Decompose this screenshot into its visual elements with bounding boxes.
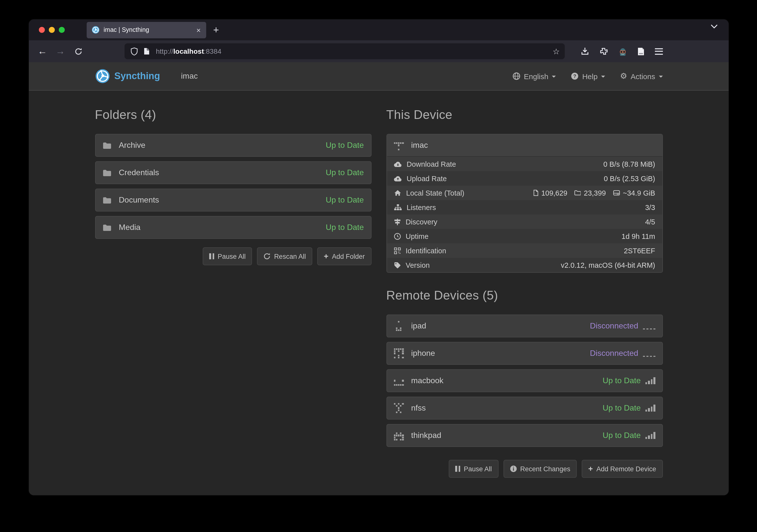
device-name: nfss [411,404,426,412]
listeners-value[interactable]: 3/3 [645,203,655,211]
device-identicon [394,321,404,331]
signal-strength-icon [645,432,655,439]
browser-tab[interactable]: imac | Syncthing × [87,22,206,38]
folders-count: 23,399 [584,189,606,197]
signal-none-icon [643,322,655,329]
list-all-tabs-chevron-icon[interactable] [711,24,718,29]
brand-name: Syncthing [114,71,160,82]
syncthing-brand[interactable]: Syncthing [95,69,160,84]
actions-menu[interactable]: ⚙ Actions [620,72,663,80]
reader-document-icon[interactable] [637,47,645,55]
caret-down-icon [601,76,605,78]
tab-close-icon[interactable]: × [195,26,202,34]
url-bar[interactable]: http://localhost:8384 ☆ [125,43,565,59]
device-row-macbook[interactable]: macbook Up to Date [386,369,663,392]
files-count: 109,629 [541,189,567,197]
device-row-nfss[interactable]: nfss Up to Date [386,397,663,420]
file-icon [533,190,538,196]
navbar-device-name: imac [181,72,198,81]
stat-label: Identification [406,247,446,255]
device-status: Up to Date [603,431,641,440]
add-remote-device-label: Add Remote Device [596,465,656,472]
remote-devices-actions: Pause All Recent Changes + Add Remote De… [386,460,663,478]
bookmark-star-icon[interactable]: ☆ [553,46,560,56]
device-name: macbook [411,376,443,385]
folder-name: Archive [119,141,145,150]
identification-link[interactable]: 2ST6EEF [624,247,655,255]
forward-button[interactable]: → [53,44,68,59]
actions-menu-label: Actions [631,72,655,80]
rescan-all-button[interactable]: Rescan All [257,247,313,265]
folder-outline-icon [574,190,581,196]
stat-row-listeners: Listeners 3/3 [387,200,662,214]
new-tab-button[interactable]: + [213,25,219,35]
discovery-value[interactable]: 4/5 [645,218,655,226]
device-name: iphone [411,349,435,358]
folder-row-documents[interactable]: Documents Up to Date [95,189,371,211]
folder-row-credentials[interactable]: Credentials Up to Date [95,161,371,184]
this-device-panel: imac Download Rate 0 B/s (8.78 MiB) [386,134,663,273]
navbar-menus: English ? Help ⚙ Actions [512,72,663,80]
recent-changes-button[interactable]: Recent Changes [503,460,577,478]
stat-label: Local State (Total) [406,189,465,197]
caret-down-icon [659,76,663,78]
stat-row-upload-rate: Upload Rate 0 B/s (2.53 GiB) [387,171,662,186]
cloud-upload-icon [394,176,402,182]
add-folder-button[interactable]: + Add Folder [317,247,371,265]
folder-icon [102,224,111,231]
device-row-iphone[interactable]: iphone Disconnected [386,342,663,365]
device-row-ipad[interactable]: ipad Disconnected [386,315,663,337]
device-status: Disconnected [590,322,638,330]
zoom-window-button[interactable] [59,27,65,33]
stat-label: Listeners [407,203,436,211]
this-device-header[interactable]: imac [387,134,662,157]
device-identicon [394,140,404,150]
stat-row-local-state: Local State (Total) 109,629 23,399 [387,186,662,200]
minimize-window-button[interactable] [49,27,55,33]
toolbar-icons [581,47,663,55]
browser-window: imac | Syncthing × + ← → http://localhos… [29,19,729,495]
extension-robot-icon[interactable] [619,47,627,55]
folder-status: Up to Date [326,223,364,232]
downloads-icon[interactable] [581,47,589,55]
info-circle-icon [510,465,517,472]
url-host: localhost [173,47,204,55]
stat-label: Version [406,261,430,269]
pause-icon [455,466,460,472]
pause-all-folders-button[interactable]: Pause All [203,247,252,265]
plus-icon: + [324,252,328,260]
device-row-thinkpad[interactable]: thinkpad Up to Date [386,424,663,447]
pause-all-label: Pause All [464,465,492,472]
syncthing-navbar: Syncthing imac English [29,62,729,91]
pause-all-devices-button[interactable]: Pause All [449,460,498,478]
language-menu[interactable]: English [512,72,556,80]
signpost-icon [394,218,401,225]
local-state-folders: 23,399 [574,189,606,197]
url-port: :8384 [204,47,221,55]
shield-icon[interactable] [131,47,138,55]
syncthing-page: Syncthing imac English [29,62,729,495]
this-device-name: imac [411,141,428,150]
this-device-stats: Download Rate 0 B/s (8.78 MiB) Upload Ra… [387,157,662,272]
add-remote-device-button[interactable]: + Add Remote Device [582,460,663,478]
extensions-puzzle-icon[interactable] [600,47,608,55]
back-button[interactable]: ← [35,44,50,59]
stat-row-version: Version v2.0.12, macOS (64-bit ARM) [387,258,662,272]
folder-row-archive[interactable]: Archive Up to Date [95,134,371,157]
local-state-files: 109,629 [533,189,567,197]
stat-label: Uptime [406,232,429,240]
folder-row-media[interactable]: Media Up to Date [95,216,371,239]
folders-heading: Folders (4) [95,107,371,122]
page-permissions-icon[interactable] [143,47,150,55]
devices-column: This Device imac Download Rate [386,91,663,478]
syncthing-favicon-icon [92,26,100,34]
close-window-button[interactable] [39,27,45,33]
reload-button[interactable] [71,44,86,59]
signal-none-icon [643,350,655,357]
tab-strip: imac | Syncthing × + [29,19,729,40]
device-identicon [394,376,404,386]
help-menu[interactable]: ? Help [571,72,605,80]
menu-hamburger-icon[interactable] [655,48,663,54]
folder-status: Up to Date [326,168,364,177]
browser-toolbar: ← → http://localhost:8384 ☆ [29,40,729,62]
